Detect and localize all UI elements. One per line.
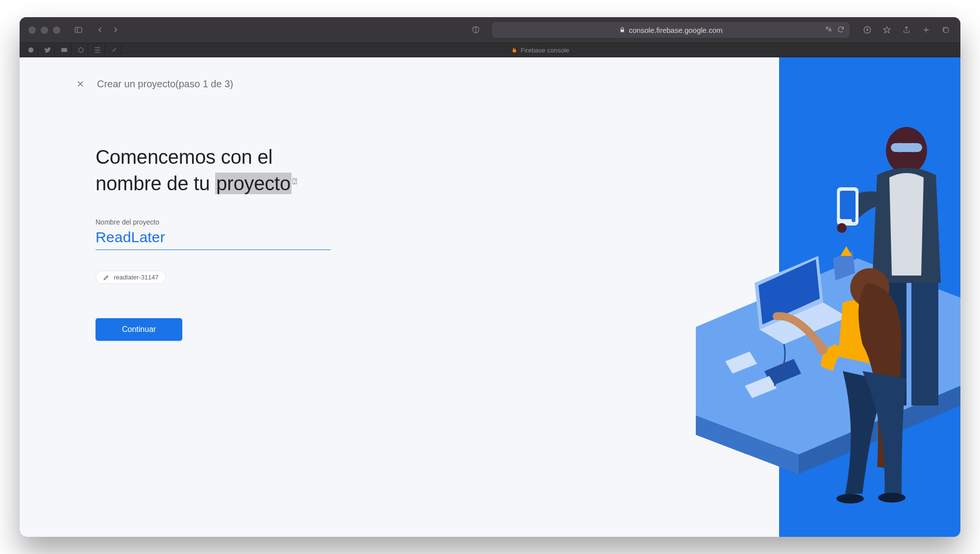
svg-rect-27 <box>911 283 938 405</box>
fav-item-twitter[interactable] <box>40 44 55 56</box>
tab-title: Firebase console <box>521 47 569 54</box>
tabs-overview-icon[interactable] <box>940 24 952 36</box>
svg-rect-8 <box>61 48 67 52</box>
svg-rect-29 <box>840 191 856 219</box>
url-bar-actions <box>825 25 845 35</box>
favorites-bar: Firebase console <box>20 43 960 57</box>
svg-rect-23 <box>891 143 922 152</box>
svg-point-30 <box>852 218 856 222</box>
cta-row: Continuar <box>96 318 333 341</box>
main-panel: Crear un proyecto(paso 1 de 3) Comencemo… <box>20 57 779 537</box>
bookmark-icon[interactable] <box>881 24 893 36</box>
project-id-text: readlater-31147 <box>114 274 159 281</box>
project-name-input[interactable] <box>96 227 331 250</box>
browser-title-bar: console.firebase.google.com <box>20 17 960 43</box>
fav-item-4[interactable] <box>74 44 88 56</box>
project-name-field: Nombre del proyecto <box>96 218 333 250</box>
svg-point-31 <box>837 223 847 233</box>
fav-item-5[interactable] <box>90 44 105 56</box>
lock-icon <box>619 26 625 34</box>
fav-item-youtube[interactable] <box>57 44 72 56</box>
reload-icon[interactable] <box>837 25 845 35</box>
browser-window: console.firebase.google.com Firebase con… <box>20 17 960 537</box>
new-tab-icon[interactable] <box>920 24 932 36</box>
sidebar-toggle-icon[interactable] <box>72 24 85 36</box>
firebase-icon <box>511 47 518 53</box>
illustration-panel <box>779 57 960 537</box>
headline-highlight: proyecto <box>215 173 292 194</box>
forward-button[interactable] <box>108 24 123 36</box>
create-project-form: Comencemos con el nombre de tu proyecto⍰… <box>20 90 333 341</box>
project-id-row: readlater-31147 <box>96 271 333 284</box>
project-id-chip[interactable]: readlater-31147 <box>96 271 166 284</box>
pencil-icon <box>103 274 110 281</box>
share-icon[interactable] <box>901 24 912 36</box>
onboarding-illustration <box>696 72 960 513</box>
svg-point-9 <box>78 48 83 52</box>
wizard-title: Crear un proyecto(paso 1 de 3) <box>97 78 233 90</box>
url-bar[interactable]: console.firebase.google.com <box>492 22 850 38</box>
traffic-zoom-icon[interactable] <box>53 26 60 34</box>
fav-item-6[interactable] <box>107 44 122 56</box>
wizard-header: Crear un proyecto(paso 1 de 3) <box>20 57 779 90</box>
svg-rect-6 <box>944 28 948 32</box>
translate-icon[interactable] <box>825 25 833 35</box>
svg-point-35 <box>878 493 906 503</box>
svg-rect-0 <box>75 27 82 33</box>
field-label: Nombre del proyecto <box>96 218 333 226</box>
downloads-icon[interactable] <box>861 24 873 36</box>
close-wizard-button[interactable] <box>74 78 86 90</box>
headline: Comencemos con el nombre de tu proyecto⍰ <box>96 144 333 197</box>
privacy-shield-icon[interactable] <box>469 24 482 36</box>
traffic-close-icon[interactable] <box>28 26 36 34</box>
help-icon[interactable]: ⍰ <box>293 176 297 185</box>
page-content: Crear un proyecto(paso 1 de 3) Comencemo… <box>20 57 960 537</box>
url-text: console.firebase.google.com <box>629 26 723 34</box>
toolbar-right <box>861 24 952 36</box>
window-controls <box>28 26 60 34</box>
continue-button[interactable]: Continuar <box>96 318 182 341</box>
fav-item-1[interactable] <box>24 44 38 56</box>
svg-point-7 <box>28 48 33 53</box>
active-tab[interactable]: Firebase console <box>123 47 956 54</box>
back-button[interactable] <box>93 24 107 36</box>
nav-arrows <box>93 24 123 36</box>
traffic-minimize-icon[interactable] <box>41 26 48 34</box>
svg-point-34 <box>836 494 864 504</box>
